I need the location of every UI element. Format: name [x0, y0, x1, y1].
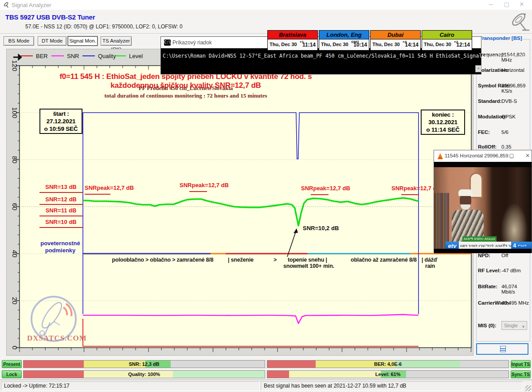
bitrate-value: 46,074 Mbit/s — [501, 284, 532, 294]
weather-period-5: | dážď — [422, 257, 438, 263]
speaker-beard — [461, 204, 470, 210]
end-date: koniec : 30.12.2021 — [423, 111, 462, 126]
video-letterbox-bottom — [434, 249, 532, 253]
input-ts-button[interactable]: Input TS — [511, 360, 531, 368]
rolloff-label: RollOff: — [478, 144, 497, 149]
start-box: štart : 27.12.2021 o 10:59 SEČ — [39, 109, 82, 134]
titlebar: Signal Analyzer ─ ▢ ✕ — [0, 0, 532, 10]
clock-time: 11:14 — [302, 42, 316, 48]
tv-tag-label: እየለማ እንደገና እየፈረሰ — [462, 236, 497, 242]
speaker-cap — [458, 189, 473, 196]
four-number: 4 — [513, 242, 516, 249]
window-title: Signal Analyzer — [12, 2, 51, 8]
resize-grip[interactable] — [525, 385, 531, 391]
level-bar-text: Level: 61% — [267, 371, 509, 378]
svg-text:20: 20 — [11, 297, 19, 305]
video-frame[interactable]: እየለማ እንደገና እየፈረሰ etv በድን ጉዳዩን የሃይማኖት አባቶ… — [434, 167, 532, 249]
tuner-name: TBS 5927 USB DVB-S2 Tuner — [5, 13, 95, 21]
carrierwidth-value: 40,495 MHz — [501, 300, 529, 306]
maximize-button[interactable]: ▢ — [499, 0, 514, 9]
tuner-details: 57.0E - NSS 12 (ID: 0570) @ LOF1: 975000… — [25, 24, 183, 30]
close-button[interactable]: ✕ — [514, 0, 529, 9]
four-label: ምዕራፍ — [518, 244, 527, 247]
snr-ref-11: SNR=11 dB — [39, 207, 82, 214]
signal-mon-tab[interactable]: Signal Mon. — [68, 36, 98, 46]
satellite-dish-icon — [509, 12, 531, 32]
legend-label-snr: SNR — [67, 53, 79, 59]
sync-ts-button[interactable]: Sync TS — [511, 370, 531, 378]
clock-time: 10:14 — [353, 42, 367, 48]
transponder-title: Transponder [BS] — [478, 35, 523, 41]
clock-bratislava: Bratislava Thu, Dec 30+111:14 — [267, 30, 318, 51]
symbolrate-value: 29996,859 KS/s — [501, 83, 532, 94]
vlc-video-window[interactable]: 11545 Horizontal 29996,859 ... ─ ▢ ✕ እየለ… — [434, 150, 532, 253]
weather-period-4: oblačno až zamračené 8/8 — [351, 257, 417, 263]
snr-peak-2: SNRpeak=12,7 dB — [180, 182, 229, 188]
end-box: koniec : 30.12.2021 o 11:14 SEČ — [421, 110, 465, 135]
rflevel-label: RF Level: — [478, 268, 501, 273]
dt-mode-button[interactable]: DT Mode — [38, 36, 66, 46]
start-time: o 10:59 SEČ — [42, 125, 80, 133]
vlc-close-button[interactable]: ✕ — [521, 151, 532, 160]
legend-label-ber: BER — [36, 53, 48, 59]
weather-period-1: polooblačno > oblačno > zamračené 8/8 — [105, 257, 221, 263]
clock-city: Dubai — [371, 31, 420, 39]
snr-dip-label: SNR=10,2 dB — [303, 225, 339, 231]
cmd-icon: C:\ — [164, 39, 171, 46]
app-icon — [3, 1, 10, 8]
clock-date: Thu, Dec 30 — [270, 42, 297, 47]
cmd-scroll-up-button[interactable]: ˄ — [475, 65, 481, 72]
mis-select[interactable]: Single ▼ — [501, 321, 527, 330]
vlc-titlebar[interactable]: 11545 Horizontal 29996,859 ... ─ ▢ ✕ — [434, 150, 532, 162]
start-date: štart : 27.12.2021 — [42, 110, 80, 125]
bitrate-label: BitRate: — [478, 284, 497, 289]
npd-label: NPD: — [478, 253, 490, 258]
chart-subtitle2: total duration of continuous monitoring … — [39, 92, 332, 99]
rflevel-value: -47 dBm — [501, 268, 520, 273]
legend-line-level — [113, 55, 126, 56]
chart-subtitle1: PF Prodelin 450 cm_Lucenec/Slovakia — [39, 85, 332, 92]
weather-period-arrow: > — [274, 257, 277, 263]
legend-line-snr — [51, 55, 64, 56]
snr-bar: SNR: 12,3 dB — [23, 360, 265, 368]
present-indicator: Present — [2, 360, 22, 368]
clock-time: 12:14 — [456, 42, 470, 48]
fec-value: 5/6 — [501, 129, 509, 135]
snr-ref-13: SNR=13 dB — [39, 184, 82, 190]
bs-mode-button[interactable]: BS Mode — [4, 36, 34, 46]
svg-text:0: 0 — [11, 346, 19, 349]
snr-ref-10-line — [39, 227, 83, 228]
svg-text:40: 40 — [11, 250, 19, 258]
ber-bar-text: BER: 4,0E-6 — [267, 361, 509, 368]
tv-banner: etv በድን ጉዳዩን የሃይማኖት አባቶችን ገድፊል 4 ምዕራፍ — [434, 242, 532, 249]
vlc-icon — [438, 153, 443, 159]
cursor-arrow — [13, 54, 22, 63]
snr-peak-1-line — [85, 194, 110, 195]
cmd-title: Príkazový riadok — [172, 39, 212, 46]
level-bar: Level: 61% — [267, 370, 509, 378]
weather-period-5b: rain — [425, 263, 435, 269]
vlc-minimize-button[interactable]: ─ — [488, 151, 501, 160]
minimize-button[interactable]: ─ — [483, 0, 498, 9]
plot-area — [20, 66, 471, 348]
mis-value: Single — [504, 323, 518, 328]
snr-peak-3-line — [311, 194, 329, 195]
weather-period-2: | sneženie — [228, 257, 254, 263]
ts-analyzer-button[interactable]: TS Analyzer (OK) — [101, 36, 132, 46]
bookshelf — [434, 193, 449, 249]
dxsatcs-watermark: DXSATCS.COM — [27, 296, 85, 348]
mis-label: MIS (0): — [478, 323, 497, 328]
status-bar: Locked -> Uptime: 72:15:17 Best signal h… — [0, 380, 532, 392]
cmd-text: C:\Users\Roman Dávid>NSS 12-57°E_East Af… — [163, 53, 532, 59]
snr-peak-4-line — [401, 194, 419, 195]
vlc-maximize-button[interactable]: ▢ — [505, 151, 518, 160]
lock-indicator: Lock — [2, 370, 22, 378]
modulation-value: QPSK — [501, 114, 516, 119]
weather-conditions-label1: poveternostné — [38, 240, 82, 247]
quality-bar: Quality: 100% — [23, 370, 265, 378]
stream-list-button[interactable] — [476, 343, 528, 355]
snr-peak-3: SNRpeak=12,7 dB — [301, 185, 350, 192]
legend-line-quality — [82, 55, 95, 56]
npd-value: Off — [501, 253, 508, 258]
snr-ref-12-line — [39, 204, 83, 205]
